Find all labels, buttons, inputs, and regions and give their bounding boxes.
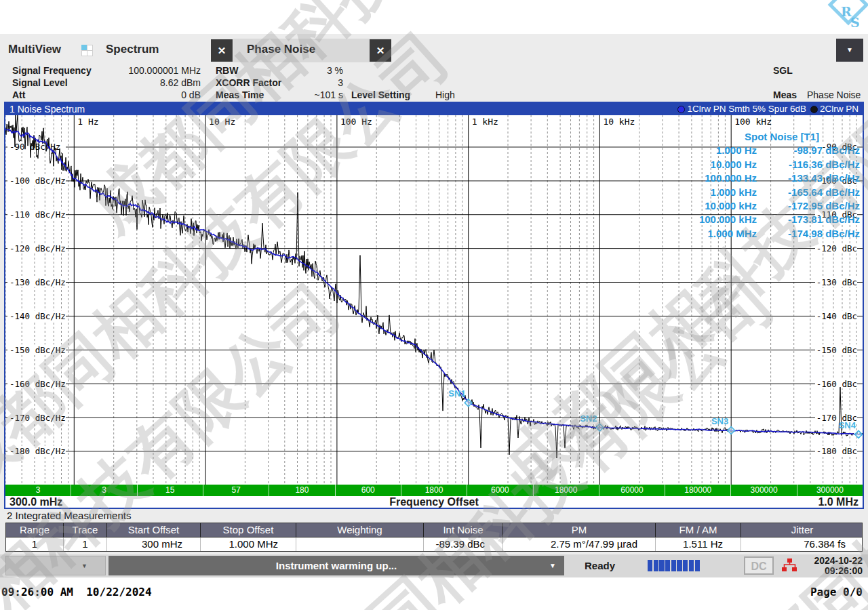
noise-spectrum-titlebar[interactable]: 1 Noise Spectrum 1Clrw PN Smth 5% Spur 6…: [5, 103, 863, 115]
signal-level-label: Signal Level: [12, 77, 68, 88]
table-cell: [296, 537, 424, 551]
status-message[interactable]: Instrument warming up... ▼: [108, 556, 564, 575]
svg-text:-130 dBc/Hz: -130 dBc/Hz: [9, 277, 66, 287]
meas-time-label: Meas Time: [216, 89, 264, 100]
table-header-cell: Int Noise: [424, 523, 503, 537]
svg-text:-120 dBc/Hz: -120 dBc/Hz: [9, 243, 66, 253]
table-cell: -89.39 dBc: [424, 537, 503, 551]
trace-legend-item[interactable]: 1Clrw PN Smth 5% Spur 6dB: [677, 103, 806, 115]
status-message-text: Instrument warming up...: [276, 560, 397, 571]
tab-phase-noise[interactable]: Phase Noise ✕: [233, 39, 391, 62]
att-value: 0 dB: [181, 89, 201, 100]
svg-text:-160 dBc/Hz: -160 dBc/Hz: [9, 379, 66, 389]
xcorr-label: XCORR Factor: [216, 77, 281, 88]
svg-text:100 Hz: 100 Hz: [340, 117, 372, 127]
table-header-cell: Trace: [64, 523, 107, 537]
svg-text:-100 dBc/Hz: -100 dBc/Hz: [9, 176, 66, 186]
svg-text:10 Hz: 10 Hz: [209, 117, 235, 127]
chevron-down-icon: ▼: [549, 556, 556, 575]
tab-spectrum[interactable]: Spectrum: [106, 43, 159, 56]
svg-text:1 kHz: 1 kHz: [472, 117, 498, 127]
range-segment: 1800: [401, 485, 467, 496]
range-segment: 3: [71, 485, 137, 496]
table-header-cell: Start Offset: [107, 523, 201, 537]
svg-text:S: S: [850, 15, 860, 30]
table-header-cell: FM / AM: [656, 523, 741, 537]
x-stop-label: 1.0 MHz: [818, 496, 859, 508]
svg-text:-150 dBc/Hz: -150 dBc/Hz: [9, 345, 66, 355]
table-cell: 1.000 MHz: [201, 537, 296, 551]
rbw-value: 3 %: [327, 65, 343, 76]
range-segment: 18000: [534, 485, 599, 496]
progress-segment: [689, 560, 694, 571]
progress-segment: [677, 560, 682, 571]
window-menu-dropdown-icon[interactable]: ▼: [836, 39, 863, 62]
status-selector[interactable]: ▼: [5, 556, 106, 575]
svg-text:-110 dBc/Hz: -110 dBc/Hz: [9, 209, 66, 220]
svg-text:-180 dBc/Hz: -180 dBc/Hz: [9, 446, 66, 456]
integrated-measurements-title: 2 Integrated Measurements: [7, 510, 131, 521]
svg-text:-140 dBc/Hz: -140 dBc/Hz: [9, 311, 66, 321]
xcorr-value: 3: [338, 77, 343, 88]
table-header-cell: Weighting: [296, 523, 424, 537]
chevron-down-icon: ▼: [81, 563, 87, 569]
table-cell: 1.511 Hz: [656, 537, 741, 551]
trace-legend-item[interactable]: 2Clrw PN: [810, 103, 859, 115]
range-segment: 600: [336, 485, 401, 496]
range-segment: 6000: [467, 485, 533, 496]
signal-frequency-label: Signal Frequency: [12, 65, 92, 76]
close-spectrum-icon[interactable]: ✕: [211, 39, 233, 62]
x-axis-label: Frequency Offset: [5, 496, 863, 508]
svg-text:-160 dBc: -160 dBc: [816, 379, 857, 389]
svg-text:SN2: SN2: [580, 413, 597, 424]
table-cell: 76.384 fs: [741, 537, 863, 551]
status-date: 2024-10-22: [814, 556, 863, 566]
close-phase-noise-icon[interactable]: ✕: [370, 39, 391, 62]
svg-text:-90 dBc: -90 dBc: [821, 142, 857, 152]
x-axis-footer: 300.0 mHz Frequency Offset 1.0 MHz: [5, 496, 863, 508]
progress-segment: [659, 560, 664, 571]
integrated-measurements-table: RangeTraceStart OffsetStop OffsetWeighti…: [5, 523, 863, 552]
table-header-row: RangeTraceStart OffsetStop OffsetWeighti…: [6, 523, 862, 537]
table-cell: 1: [6, 537, 64, 551]
progress-segment: [683, 560, 688, 571]
tab-phase-noise-label: Phase Noise: [247, 43, 315, 56]
table-header-cell: Stop Offset: [201, 523, 296, 537]
progress-segment: [648, 560, 652, 571]
level-setting-label: Level Setting: [351, 89, 410, 100]
table-cell: 2.75 m°/47.99 µrad: [503, 537, 656, 551]
svg-text:-140 dBc: -140 dBc: [816, 311, 857, 321]
table-header-cell: Range: [6, 523, 64, 537]
meas-time-value: ~101 s: [315, 89, 343, 100]
range-segment: 57: [203, 485, 269, 496]
range-segment: 3: [5, 485, 71, 496]
dc-coupling-button[interactable]: DC: [744, 556, 774, 575]
range-segment: 180: [269, 485, 335, 496]
meas-value: Phase Noise: [807, 89, 861, 100]
svg-text:SN4: SN4: [839, 420, 856, 430]
svg-text:-150 dBc: -150 dBc: [816, 345, 857, 355]
svg-text:-110 dBc: -110 dBc: [816, 209, 857, 220]
svg-text:1 Hz: 1 Hz: [77, 117, 98, 127]
range-segment: 300000: [731, 485, 797, 496]
level-setting-value: High: [435, 89, 455, 100]
measurement-range-bar: 3315571806001800600018000600001800003000…: [5, 485, 863, 496]
table-cell: 1: [64, 537, 107, 551]
tab-multiview[interactable]: MultiView: [8, 43, 61, 56]
print-datetime: 09:26:00 AM 10/22/2024: [1, 586, 152, 598]
network-icon: [781, 558, 797, 573]
signal-level-value: 8.62 dBm: [160, 77, 201, 88]
progress-segment: [671, 560, 676, 571]
multiview-grid-icon: [81, 45, 93, 56]
svg-text:100 kHz: 100 kHz: [734, 117, 772, 127]
svg-text:10 kHz: 10 kHz: [603, 117, 635, 127]
svg-text:-100 dBc: -100 dBc: [816, 176, 857, 186]
rbw-label: RBW: [216, 65, 238, 76]
svg-text:-180 dBc: -180 dBc: [816, 446, 857, 456]
table-row[interactable]: 11300 mHz1.000 MHz-89.39 dBc2.75 m°/47.9…: [6, 537, 862, 551]
att-label: Att: [12, 89, 25, 100]
status-datetime: 2024-10-22 09:26:00: [814, 556, 863, 576]
range-segment: 180000: [665, 485, 731, 496]
progress-segment: [665, 560, 670, 571]
screen: MultiView Spectrum ✕ Phase Noise ✕ ▼ Sig…: [0, 0, 868, 610]
